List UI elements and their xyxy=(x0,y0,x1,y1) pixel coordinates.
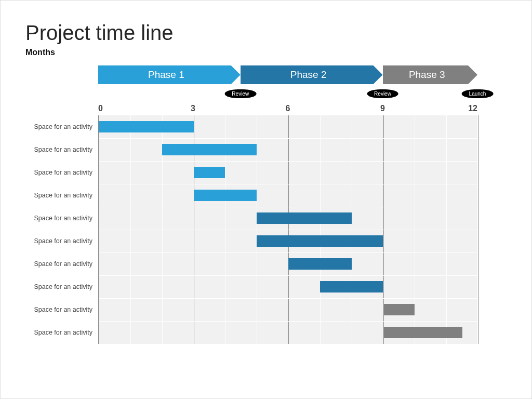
activity-label: Space for an activity xyxy=(34,329,92,336)
gridline-horizontal xyxy=(99,298,477,299)
activity-label: Space for an activity xyxy=(34,123,92,130)
gantt-bar xyxy=(194,190,257,201)
activity-label: Space for an activity xyxy=(34,237,92,245)
activity-label: Space for an activity xyxy=(34,283,92,290)
gridline-vertical xyxy=(478,115,478,344)
gantt-bar xyxy=(99,121,194,132)
phase-banner-row: Phase 1Phase 2Phase 3 xyxy=(98,65,477,84)
activity-label: Space for an activity xyxy=(34,192,92,199)
gantt-bar xyxy=(383,304,415,315)
activity-label: Space for an activity xyxy=(34,146,92,153)
gantt-bar xyxy=(383,327,462,338)
gridline-horizontal xyxy=(99,252,477,253)
activity-label: Space for an activity xyxy=(34,260,92,268)
x-tick-label: 12 xyxy=(468,104,477,113)
milestone-row: ReviewReviewLaunch xyxy=(98,89,477,103)
x-tick-label: 6 xyxy=(286,104,290,113)
gridline-horizontal xyxy=(99,138,477,139)
x-tick-label: 3 xyxy=(191,104,195,113)
milestone-badge: Review xyxy=(367,89,398,98)
gridline-horizontal xyxy=(99,321,477,322)
phase-arrow: Phase 2 xyxy=(241,65,383,84)
gridline-horizontal xyxy=(99,207,477,207)
gantt-bar xyxy=(288,258,352,270)
gantt-bar xyxy=(257,212,352,224)
activity-label: Space for an activity xyxy=(34,169,92,176)
gridline-horizontal xyxy=(99,230,477,230)
slide-frame: Project time line Months Phase 1Phase 2P… xyxy=(0,0,532,399)
gantt-bar xyxy=(320,281,383,292)
gantt-bar xyxy=(162,144,257,155)
gridline-horizontal xyxy=(99,161,477,162)
gantt-chart: Phase 1Phase 2Phase 3 ReviewReviewLaunch… xyxy=(98,65,477,344)
x-tick-label: 9 xyxy=(380,104,385,113)
gantt-bar xyxy=(194,167,225,178)
page-title: Project time line xyxy=(25,21,507,45)
phase-arrow: Phase 3 xyxy=(383,65,478,84)
gridline-horizontal xyxy=(99,275,477,276)
gantt-bar xyxy=(257,235,383,247)
activity-label: Space for an activity xyxy=(34,215,92,222)
page-subtitle: Months xyxy=(25,48,507,57)
x-axis-ticks: 036912 xyxy=(98,104,477,115)
milestone-badge: Launch xyxy=(462,89,494,98)
activity-label: Space for an activity xyxy=(34,306,92,313)
gridline-horizontal xyxy=(99,184,477,184)
milestone-badge: Review xyxy=(224,89,256,98)
x-tick-label: 0 xyxy=(98,104,103,113)
phase-arrow: Phase 1 xyxy=(98,65,241,84)
plot-area: Space for an activitySpace for an activi… xyxy=(98,115,477,344)
row-labels: Space for an activitySpace for an activi… xyxy=(26,115,99,344)
